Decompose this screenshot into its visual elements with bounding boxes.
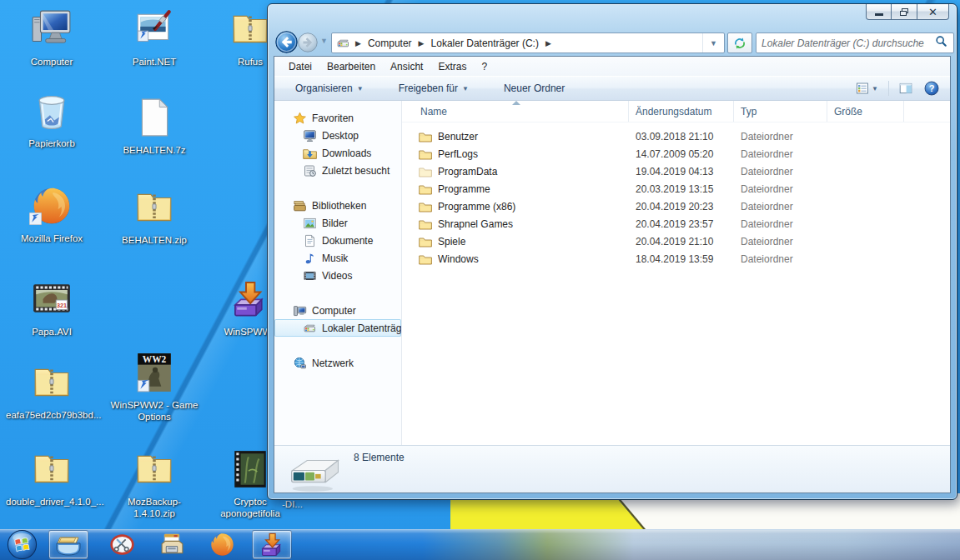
desktop-icon-firefox[interactable]: Mozilla Firefox [6, 185, 98, 244]
file-row-programme-x86[interactable]: Programme (x86) 20.04.2019 20:23 Dateior… [402, 198, 950, 215]
sidebar-item-dokumente[interactable]: Dokumente [274, 232, 401, 249]
search-box [756, 32, 954, 53]
desktop-icon-papa-avi[interactable]: Papa.AVI [6, 278, 98, 338]
plant-photo-icon [229, 448, 271, 490]
maximize-button[interactable] [892, 4, 917, 20]
menu-bar: Datei Bearbeiten Ansicht Extras ? [274, 57, 950, 76]
folder-icon [419, 236, 432, 248]
sidebar-item-musik[interactable]: Musik [274, 249, 401, 267]
taskbar-winspww2-button[interactable] [252, 530, 292, 559]
organisieren-button[interactable]: Organisieren ▼ [288, 78, 371, 98]
file-row-benutzer[interactable]: Benutzer 03.09.2018 21:10 Dateiordner [402, 128, 950, 145]
desktop-icon-winspww2-game-options[interactable]: WinSPWW2 - Game Options [108, 352, 200, 423]
firefox-icon [209, 532, 235, 558]
explorer-window: ✕ ▼ ▶ Computer ▶ Lokaler Datenträger (C:… [267, 3, 957, 500]
menu-datei[interactable]: Datei [281, 58, 319, 75]
taskbar-installer-button[interactable] [153, 530, 190, 559]
search-icon[interactable] [929, 35, 953, 51]
sidebar-item-videos[interactable]: Videos [274, 267, 401, 284]
taskbar-snipping-tool-button[interactable] [103, 530, 140, 559]
breadcrumb-arrow-icon[interactable]: ▶ [414, 39, 430, 48]
file-date: 20.04.2019 21:10 [629, 236, 734, 248]
folder-icon [419, 201, 432, 212]
menu-extras[interactable]: Extras [430, 58, 474, 75]
hard-drive-icon [303, 322, 317, 335]
refresh-icon [733, 37, 746, 50]
file-row-spiele[interactable]: Spiele 20.04.2019 21:10 Dateiordner [402, 232, 950, 250]
desktop-icon-double-driver[interactable]: double_driver_4.1.0_... [6, 448, 98, 508]
breadcrumb-item-computer[interactable]: Computer [366, 38, 414, 49]
window-caption-buttons: ✕ [866, 4, 949, 20]
file-type: Dateiordner [734, 218, 827, 230]
desktop-icon-eafa-zip[interactable]: eafa75ed2cb79b3bd... [6, 362, 98, 421]
main-area: Favoriten Desktop Downloads Zuletzt besu… [274, 101, 950, 445]
address-bar[interactable]: ▶ Computer ▶ Lokaler Datenträger (C:) ▶ … [331, 32, 725, 53]
sidebar-item-computer[interactable]: Computer [274, 302, 401, 319]
sidebar-item-lokaler-datentraeger[interactable]: Lokaler Datenträger [274, 319, 401, 337]
sidebar-item-zuletzt-besucht[interactable]: Zuletzt besucht [274, 162, 401, 179]
item-count-label: 8 Elemente [354, 452, 405, 463]
search-input[interactable] [756, 38, 929, 49]
desktop-icon-papierkorb[interactable]: Papierkorb [6, 90, 98, 149]
sidebar-item-bilder[interactable]: Bilder [274, 214, 401, 232]
column-header-groesse[interactable]: Größe [827, 101, 904, 122]
desktop-icon-behalten-zip[interactable]: BEHALTEN.zip [108, 187, 200, 246]
breadcrumb-arrow-icon[interactable]: ▶ [540, 39, 556, 48]
desktop-icon-label: double_driver_4.1.0_... [6, 496, 98, 508]
file-row-programme[interactable]: Programme 20.03.2019 13:15 Dateiordner [402, 180, 950, 198]
sidebar-item-downloads[interactable]: Downloads [274, 144, 401, 162]
column-label: Änderungsdatum [636, 106, 711, 118]
desktop-icon-label-truncated[interactable]: -DI... [282, 499, 303, 509]
views-icon [856, 82, 869, 95]
close-button[interactable]: ✕ [917, 4, 949, 20]
folder-icon [419, 148, 432, 160]
menu-help[interactable]: ? [474, 58, 495, 75]
change-view-button[interactable]: ▼ [852, 78, 882, 98]
column-headers: Name Änderungsdatum Typ Größe [402, 101, 950, 122]
file-row-shrapnel-games[interactable]: Shrapnel Games 20.04.2019 23:57 Dateiord… [402, 215, 950, 232]
sidebar-item-favoriten[interactable]: Favoriten [274, 109, 401, 127]
address-dropdown-icon[interactable]: ▼ [702, 33, 724, 52]
breadcrumb-arrow-icon[interactable]: ▶ [350, 39, 366, 48]
taskbar-explorer-button[interactable] [48, 530, 88, 559]
sidebar-item-desktop[interactable]: Desktop [274, 127, 401, 144]
taskbar-firefox-button[interactable] [204, 530, 240, 559]
menu-ansicht[interactable]: Ansicht [383, 58, 430, 75]
close-icon: ✕ [928, 7, 937, 18]
desktop-icon-mozbackup[interactable]: MozBackup-1.4.10.zip [108, 448, 200, 520]
help-icon [924, 81, 939, 96]
sidebar-label: Desktop [322, 130, 359, 142]
column-header-name[interactable]: Name [402, 101, 629, 122]
sidebar-label: Bilder [322, 218, 348, 229]
start-button[interactable] [3, 530, 40, 559]
column-header-aenderungsdatum[interactable]: Änderungsdatum [629, 101, 734, 122]
desktop-icon-computer[interactable]: Computer [6, 8, 98, 68]
file-type: Dateiordner [734, 253, 827, 265]
taskbar [0, 529, 960, 560]
refresh-button[interactable] [727, 32, 752, 53]
column-label: Typ [741, 106, 756, 118]
file-name: Programme [438, 183, 490, 195]
help-button[interactable] [920, 78, 943, 99]
neuer-ordner-label: Neuer Ordner [504, 82, 565, 94]
sidebar-item-netzwerk[interactable]: Netzwerk [274, 354, 401, 372]
preview-pane-button[interactable] [895, 78, 917, 98]
file-row-programdata[interactable]: ProgramData 19.04.2019 04:13 Dateiordner [402, 162, 950, 180]
menu-bearbeiten[interactable]: Bearbeiten [319, 58, 383, 75]
neuer-ordner-button[interactable]: Neuer Ordner [496, 78, 572, 98]
forward-button[interactable] [298, 32, 318, 52]
freigeben-fuer-button[interactable]: Freigeben für ▼ [391, 78, 476, 98]
minimize-button[interactable] [866, 4, 892, 20]
desktop-icon-paintnet[interactable]: Paint.NET [108, 8, 200, 68]
file-row-perflogs[interactable]: PerfLogs 14.07.2009 05:20 Dateiordner [402, 145, 950, 162]
file-name: ProgramData [438, 166, 497, 178]
back-button[interactable] [275, 31, 298, 53]
breadcrumb-item-drive-c[interactable]: Lokaler Datenträger (C:) [430, 38, 540, 49]
recent-pages-dropdown[interactable]: ▼ [320, 37, 328, 45]
desktop-icon-label: Papierkorb [6, 138, 98, 149]
column-header-typ[interactable]: Typ [734, 101, 827, 122]
file-row-windows[interactable]: Windows 18.04.2019 13:59 Dateiordner [402, 250, 950, 268]
sidebar-item-bibliotheken[interactable]: Bibliotheken [274, 197, 401, 214]
hidden-folder-icon [419, 166, 432, 178]
desktop-icon-behalten-7z[interactable]: BEHALTEN.7z [108, 97, 200, 156]
